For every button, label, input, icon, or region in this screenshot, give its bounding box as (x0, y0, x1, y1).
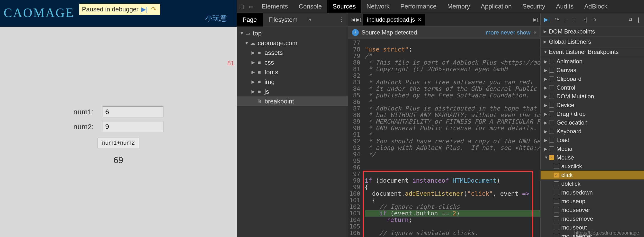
debugger-sidebar: ▶| ↷ ↓ ↑ →| ⍉ ⧉ || ▶DOM Breakpoints ▶Glo… (541, 13, 644, 237)
debugger-label: Paused in debugger (82, 5, 139, 13)
nav-link[interactable]: 小玩意 (205, 13, 227, 23)
device-toolbar-icon[interactable]: ▭ (246, 4, 256, 9)
inspect-element-icon[interactable]: ⬚ (237, 4, 246, 9)
infobar-text: Source Map detected. (362, 29, 419, 36)
sub-tab-page[interactable]: Page (237, 13, 263, 26)
tree-folder-js[interactable]: ▶■js (237, 87, 348, 96)
ev-item-mouseup[interactable]: mouseup (541, 197, 644, 206)
section-dom-breakpoints[interactable]: ▶DOM Breakpoints (541, 26, 644, 37)
pause-exceptions-icon[interactable]: || (638, 16, 640, 23)
tree-folder-assets[interactable]: ▶■assets (237, 48, 348, 57)
debugger-paused-badge: Paused in debugger ▶| ↷ (79, 4, 160, 15)
ev-cat-mouse[interactable]: ▼−Mouse (541, 153, 644, 162)
tree-domain[interactable]: ▼☁caomage.com (237, 38, 348, 48)
ev-item-mousedown[interactable]: mousedown (541, 188, 644, 197)
tab-adblock[interactable]: AdBlock (579, 0, 613, 13)
navigator-menu-icon[interactable]: ⋮ (339, 16, 344, 23)
infobar-close-icon[interactable]: × (533, 29, 537, 36)
step-over-button-icon[interactable]: ↷ (555, 16, 559, 23)
num1-input[interactable] (103, 106, 164, 117)
ev-cat-load[interactable]: ▶Load (541, 136, 644, 145)
num2-input[interactable] (103, 121, 164, 132)
devtools-tabstrip: ⬚ ▭ Elements Console Sources Network Per… (237, 0, 644, 13)
info-icon: i (352, 29, 359, 36)
tree-file-breakpoint[interactable]: 🗎breakpoint (237, 96, 348, 106)
step-into-button-icon[interactable]: ↓ (565, 16, 568, 23)
tab-application[interactable]: Application (476, 0, 517, 13)
devtools-panel: ⬚ ▭ Elements Console Sources Network Per… (237, 0, 644, 237)
ev-cat-geolocation[interactable]: ▶Geolocation (541, 118, 644, 127)
file-list-icon[interactable]: |◀ ▶| (351, 17, 361, 22)
deactivate-bp-icon[interactable]: ⍉ (593, 16, 596, 23)
infobar-more-link[interactable]: more never show (486, 29, 530, 36)
app-body: 81 num1: num2: num1+num2 69 (0, 27, 237, 237)
tree-top[interactable]: ▼▭top (237, 28, 348, 38)
webpage-panel: CAOMAGE Paused in debugger ▶| ↷ 小玩意 81 n… (0, 0, 237, 237)
debugger-toolbar: ▶| ↷ ↓ ↑ →| ⍉ ⧉ || (541, 13, 644, 26)
tree-folder-css[interactable]: ▶■css (237, 57, 348, 67)
section-global-listeners[interactable]: ▶Global Listeners (541, 37, 644, 47)
step-out-button-icon[interactable]: ↑ (573, 16, 576, 23)
tab-security[interactable]: Security (517, 0, 550, 13)
num2-label: num2: (74, 123, 103, 131)
sourcemap-infobar: i Source Map detected. more never show × (348, 26, 540, 39)
tree-folder-img[interactable]: ▶■img (237, 77, 348, 87)
ev-item-click[interactable]: ✓click (541, 171, 644, 180)
tab-sources[interactable]: Sources (327, 0, 361, 13)
step-over-icon[interactable]: ↷ (150, 6, 157, 12)
red-number: 81 (228, 59, 234, 67)
ev-cat-canvas[interactable]: ▶Canvas (541, 66, 644, 75)
ev-cat-animation[interactable]: ▶Animation (541, 57, 644, 66)
tab-performance[interactable]: Performance (395, 0, 442, 13)
result-value: 69 (114, 155, 123, 165)
more-tabs-icon[interactable]: » (308, 16, 311, 23)
site-logo[interactable]: CAOMAGE (4, 5, 74, 20)
code-editor[interactable]: 7778798081828384858687888990919293949596… (348, 39, 540, 237)
tab-network[interactable]: Network (361, 0, 395, 13)
file-tab-active[interactable]: include.postload.js × (363, 14, 425, 25)
ev-item-auxclick[interactable]: auxclick (541, 162, 644, 171)
async-icon[interactable]: ⧉ (629, 16, 632, 23)
tab-console[interactable]: Console (293, 0, 327, 13)
resume-button-icon[interactable]: ▶| (544, 16, 550, 23)
ev-item-mouseover[interactable]: mouseover (541, 206, 644, 215)
close-tab-icon[interactable]: × (418, 16, 421, 23)
ev-cat-media[interactable]: ▶Media (541, 145, 644, 153)
ev-item-mousemove[interactable]: mousemove (541, 215, 644, 223)
step-button-icon[interactable]: →| (581, 16, 588, 23)
ev-cat-keyboard[interactable]: ▶Keyboard (541, 127, 644, 136)
sources-navigator: Page Filesystem » ⋮ ▼▭top ▼☁caomage.com … (237, 13, 348, 237)
file-tree: ▼▭top ▼☁caomage.com ▶■assets ▶■css ▶■fon… (237, 26, 348, 108)
ev-cat-clipboard[interactable]: ▶Clipboard (541, 75, 644, 83)
ev-cat-drag-drop[interactable]: ▶Drag / drop (541, 110, 644, 118)
tab-elements[interactable]: Elements (256, 0, 293, 13)
ev-item-dblclick[interactable]: dblclick (541, 180, 644, 188)
num1-label: num1: (74, 108, 103, 116)
tree-folder-fonts[interactable]: ▶■fonts (237, 67, 348, 77)
run-snippet-icon[interactable]: ▶| (533, 17, 538, 22)
tab-audits[interactable]: Audits (550, 0, 579, 13)
ev-cat-device[interactable]: ▶Device (541, 101, 644, 110)
ev-cat-control[interactable]: ▶Control (541, 83, 644, 92)
ev-cat-dom-mutation[interactable]: ▶DOM Mutation (541, 92, 644, 101)
resume-icon[interactable]: ▶| (141, 6, 148, 12)
calculate-button[interactable]: num1+num2 (98, 138, 139, 148)
editor-column: |◀ ▶| include.postload.js × ▶| i Source … (348, 13, 541, 237)
tab-memory[interactable]: Memory (442, 0, 476, 13)
section-event-listener-breakpoints[interactable]: ▼Event Listener Breakpoints (541, 47, 644, 57)
watermark: https://blog.csdn.net/caomage (574, 230, 639, 236)
sub-tab-filesystem[interactable]: Filesystem (263, 13, 303, 26)
